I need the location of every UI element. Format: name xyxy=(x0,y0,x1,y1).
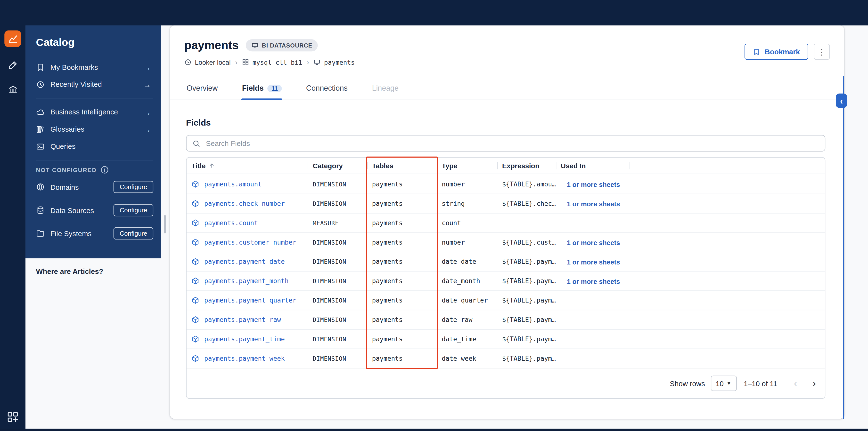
field-used-in-link[interactable]: 1 or more sheets xyxy=(567,258,620,266)
sidebar-item-recently-visited[interactable]: Recently Visited → xyxy=(36,76,153,93)
table-row: payments.payment_time DIMENSION payments… xyxy=(187,329,825,349)
glossary-icon xyxy=(36,125,45,134)
sidebar-divider xyxy=(36,160,153,160)
apps-grid-plus-icon[interactable] xyxy=(6,411,19,423)
field-title-link[interactable]: payments.count xyxy=(204,219,258,227)
fields-table-body: payments.amount DIMENSION payments numbe… xyxy=(187,174,825,368)
sidebar-item-file-systems[interactable]: File Systems Configure xyxy=(36,222,153,245)
breadcrumb-item-current[interactable]: payments xyxy=(314,58,355,66)
breadcrumb-item-instance[interactable]: Looker local xyxy=(184,58,231,66)
history-icon xyxy=(184,59,192,66)
field-title-link[interactable]: payments.payment_month xyxy=(204,277,289,285)
field-category: DIMENSION xyxy=(308,297,367,303)
sidebar-item-data-sources[interactable]: Data Sources Configure xyxy=(36,199,153,222)
governance-rail-button[interactable] xyxy=(4,81,21,97)
bi-datasource-icon xyxy=(251,42,258,49)
field-tables: payments xyxy=(367,277,437,285)
breadcrumb-label: mysql_cll_bi1 xyxy=(252,58,302,66)
field-title-link[interactable]: payments.customer_number xyxy=(204,238,296,246)
schema-grid-icon xyxy=(242,59,249,66)
arrow-right-icon: → xyxy=(143,63,153,72)
field-used-in-link[interactable]: 1 or more sheets xyxy=(567,278,620,286)
field-category: DIMENSION xyxy=(308,336,367,342)
fields-table: Title Category Tables Type Expression Us… xyxy=(186,157,826,399)
field-used-in-link[interactable]: 1 or more sheets xyxy=(567,200,620,208)
column-header-title[interactable]: Title xyxy=(187,158,308,173)
column-header-category[interactable]: Category xyxy=(308,158,367,173)
rows-per-page-select[interactable]: 10 ▼ xyxy=(711,375,737,391)
sort-ascending-icon xyxy=(209,163,215,169)
field-type: date_date xyxy=(437,258,497,265)
field-type: date_quarter xyxy=(437,296,497,304)
database-icon xyxy=(36,206,45,215)
field-used-in-link[interactable]: 1 or more sheets xyxy=(567,239,620,247)
field-title-link[interactable]: payments.payment_time xyxy=(204,335,285,343)
column-header-type[interactable]: Type xyxy=(437,158,497,173)
configure-file-systems-button[interactable]: Configure xyxy=(114,227,153,239)
breadcrumb-item-datasource[interactable]: mysql_cll_bi1 xyxy=(242,58,302,66)
fields-search-input[interactable] xyxy=(200,139,825,147)
search-icon xyxy=(192,139,200,147)
field-tables: payments xyxy=(367,316,437,324)
sidebar-item-queries[interactable]: Queries xyxy=(36,138,153,155)
column-header-label: Used In xyxy=(561,162,586,169)
field-type: number xyxy=(437,180,497,188)
field-expression: ${TABLE}.chec… xyxy=(497,200,556,207)
field-cube-icon xyxy=(192,296,199,304)
chevron-right-icon: › xyxy=(235,58,238,66)
sidebar-item-business-intelligence[interactable]: Business Intelligence → xyxy=(36,103,153,121)
field-used-in-link[interactable]: 1 or more sheets xyxy=(567,180,620,188)
column-header-label: Type xyxy=(442,162,457,169)
where-are-articles-link[interactable]: Where are Articles? xyxy=(36,267,103,275)
tab-label: Fields xyxy=(242,84,264,92)
field-category: DIMENSION xyxy=(308,316,367,323)
bookmark-button-label: Bookmark xyxy=(765,47,800,56)
bookmark-icon xyxy=(753,48,760,56)
sidebar-item-glossaries[interactable]: Glossaries → xyxy=(36,121,153,138)
configure-domains-button[interactable]: Configure xyxy=(114,181,153,193)
tab-connections[interactable]: Connections xyxy=(305,75,348,99)
collapse-panel-button[interactable]: ‹ xyxy=(836,94,847,108)
sidebar-item-label: Business Intelligence xyxy=(51,108,118,116)
table-row: payments.payment_raw DIMENSION payments … xyxy=(187,310,825,329)
column-header-tables[interactable]: Tables xyxy=(367,158,437,173)
sidebar-divider xyxy=(36,98,153,98)
curation-rail-button[interactable] xyxy=(4,57,21,73)
bookmark-button[interactable]: Bookmark xyxy=(745,44,808,60)
object-page-card: payments BI DATASOURCE Bookmark ⋮ Looker… xyxy=(170,26,844,419)
next-page-button[interactable]: › xyxy=(813,377,816,389)
fields-count-badge: 11 xyxy=(268,85,282,92)
configure-data-sources-button[interactable]: Configure xyxy=(114,204,153,216)
sidebar-item-label: Domains xyxy=(51,183,79,191)
field-title-link[interactable]: payments.payment_quarter xyxy=(204,296,296,304)
catalog-rail-button[interactable] xyxy=(4,31,21,47)
field-tables: payments xyxy=(367,238,437,246)
more-options-button[interactable]: ⋮ xyxy=(814,44,830,60)
tab-overview[interactable]: Overview xyxy=(186,75,218,99)
info-icon[interactable] xyxy=(100,166,109,173)
field-cube-icon xyxy=(192,238,199,246)
field-category: MEASURE xyxy=(308,220,367,226)
column-header-expression[interactable]: Expression xyxy=(497,158,556,173)
sidebar-item-my-bookmarks[interactable]: My Bookmarks → xyxy=(36,59,153,76)
sidebar-item-domains[interactable]: Domains Configure xyxy=(36,175,153,199)
sidebar-item-label: My Bookmarks xyxy=(51,63,98,71)
fields-section-heading: Fields xyxy=(186,118,826,128)
field-title-link[interactable]: payments.check_number xyxy=(204,200,285,207)
field-title-link[interactable]: payments.payment_week xyxy=(204,355,285,362)
app-window: Alation Switch to Classic Experience ⚙ ?… xyxy=(0,0,868,431)
field-title-link[interactable]: payments.payment_raw xyxy=(204,316,281,324)
field-expression: ${TABLE}.amou… xyxy=(497,180,556,188)
field-expression: ${TABLE}.paym… xyxy=(497,258,556,265)
field-category: DIMENSION xyxy=(308,180,367,187)
field-title-link[interactable]: payments.amount xyxy=(204,180,262,188)
sidebar-item-label: Recently Visited xyxy=(51,80,102,89)
tab-fields[interactable]: Fields 11 xyxy=(242,75,282,99)
not-configured-label: NOT CONFIGURED xyxy=(36,166,97,173)
sidebar-scrollbar-thumb[interactable] xyxy=(164,215,166,233)
field-title-link[interactable]: payments.payment_date xyxy=(204,258,285,265)
rows-per-page-value: 10 xyxy=(716,379,724,387)
column-header-used-in[interactable]: Used In xyxy=(556,158,629,173)
chevron-right-icon: › xyxy=(307,58,309,66)
table-row: payments.check_number DIMENSION payments… xyxy=(187,194,825,213)
